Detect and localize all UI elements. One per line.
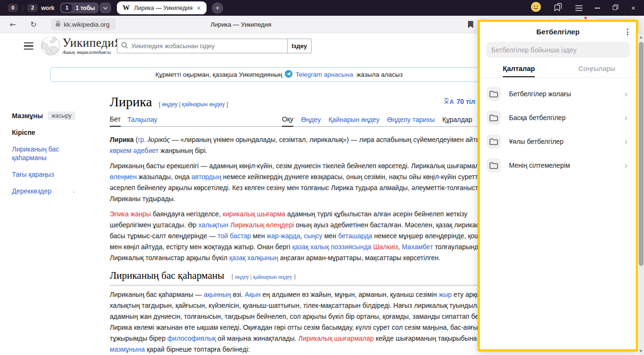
folder-item-bookmarks-bar[interactable]: Бетбелгілер жолағы ›: [480, 82, 636, 106]
wiki-link[interactable]: той бастар: [218, 232, 251, 240]
chevron-right-icon: ›: [624, 90, 628, 99]
tab-group-toby-label: 1 тобы: [75, 5, 95, 11]
edit-source-link[interactable]: қайнарын өңдеу: [253, 274, 292, 280]
toc-heading: Мазмұны: [12, 112, 43, 120]
scroll-up-icon[interactable]: ▲: [638, 35, 644, 39]
table-of-contents: Мазмұны жасыру Кіріспе Лириканың бас қаһ…: [12, 112, 93, 195]
banner-text: Құрметті оқырман, қазақша Уикипедияның: [156, 71, 282, 78]
tab-recent[interactable]: Соңғылары: [558, 58, 636, 77]
scroll-down-icon[interactable]: ▼: [638, 349, 644, 353]
bookmarks-search-input[interactable]: [486, 42, 630, 58]
bookmarks-panel-icon[interactable]: [553, 2, 563, 14]
url-text: kk.wikipedia.org: [64, 21, 110, 28]
tab-close-icon[interactable]: ×: [197, 5, 201, 11]
wiki-search-box[interactable]: [117, 39, 288, 53]
browser-menu-icon[interactable]: [575, 5, 582, 11]
wiki-link[interactable]: өлеңмен: [110, 173, 137, 181]
kebab-menu-icon[interactable]: [626, 28, 629, 36]
wiki-search-input[interactable]: [131, 42, 283, 50]
new-tab-button[interactable]: +: [212, 2, 223, 14]
wiki-link[interactable]: ақынның: [204, 291, 231, 298]
close-window-button[interactable]: ×: [631, 4, 635, 11]
tab-article[interactable]: Бет: [110, 115, 121, 127]
wiki-link[interactable]: гр.: [138, 136, 146, 143]
bookmark-filled-icon[interactable]: [467, 20, 474, 30]
svg-text:A: A: [450, 99, 454, 105]
wiki-link[interactable]: философиялық: [167, 335, 216, 342]
bookmarks-popup: Бетбелгілер Қалталар Соңғылары Бетбелгіл…: [480, 22, 636, 349]
tab-history[interactable]: Өңделу тарихы: [387, 116, 435, 126]
active-tab[interactable]: W Лирика — Уикипедия ×: [117, 1, 207, 14]
toc-item-bas-kaharmany[interactable]: Лириканың бас қаһарманы: [12, 145, 76, 162]
chevron-right-icon: ›: [624, 161, 628, 170]
wiki-link[interactable]: мазмұнына: [110, 345, 145, 353]
scrollbar-thumb[interactable]: [639, 42, 644, 266]
tab-group-work-count[interactable]: 2: [27, 4, 38, 12]
wiki-redlink[interactable]: Лирикалық шығармалар: [298, 335, 374, 342]
telegram-link[interactable]: Telegram арнасына: [296, 71, 353, 78]
tab-group-toby[interactable]: 1 1 тобы: [60, 2, 99, 13]
wiki-link[interactable]: сыңсу: [304, 232, 322, 240]
page-scrollbar[interactable]: ▲ ▼: [638, 33, 644, 355]
wiki-menu-icon[interactable]: [24, 42, 33, 50]
divider: [22, 5, 23, 11]
tab-edit-source[interactable]: Қайнарын өңдеу: [328, 116, 379, 126]
chevron-right-icon: ›: [624, 137, 628, 146]
profile-avatar[interactable]: [531, 2, 541, 14]
chevron-right-icon: ›: [624, 113, 628, 122]
wiki-link[interactable]: беташарда: [338, 232, 373, 240]
back-icon[interactable]: ←: [10, 20, 16, 29]
tab-group-work-label[interactable]: work: [41, 5, 54, 11]
wiki-link[interactable]: Ақын: [245, 291, 260, 298]
language-selector[interactable]: A 70 тіл: [444, 97, 475, 106]
wiki-link[interactable]: көркем әдебиет: [110, 147, 158, 154]
wiki-link[interactable]: жар-жарда: [267, 232, 300, 240]
tab-read[interactable]: Оқу: [282, 115, 293, 127]
wiki-link[interactable]: Махамбет: [402, 243, 433, 251]
tab-group-zero[interactable]: 0: [8, 4, 18, 12]
folder-item-other-bookmarks[interactable]: Басқа бетбелгілер ›: [480, 106, 636, 130]
tab-folders[interactable]: Қалталар: [480, 58, 558, 77]
wiki-link[interactable]: жыр: [439, 291, 452, 298]
wiki-redlink[interactable]: Лирикалық өлеңдері: [230, 221, 294, 229]
toc-hide-button[interactable]: жасыру: [48, 112, 75, 120]
title-edit-links: [өңдеу|қайнарын өңдеу]: [159, 101, 228, 108]
edit-link[interactable]: өңдеу: [162, 101, 177, 108]
url-field[interactable]: kk.wikipedia.org: [51, 18, 116, 30]
folder-item-my-links[interactable]: Менің сілтемелерім ›: [480, 153, 636, 177]
tab-edit[interactable]: Өңдеу: [301, 116, 321, 126]
page-title: Лирика: [110, 94, 152, 109]
folder-icon: [487, 87, 501, 101]
folder-item-mobile-bookmarks[interactable]: Ұялы бетбелгілер ›: [480, 130, 636, 153]
active-tab-title: Лирика — Уикипедия: [134, 5, 193, 11]
wikipedia-wordmark[interactable]: УикипедиЯ Ашық энциклопедиясы: [62, 37, 123, 55]
edit-source-link[interactable]: қайнарын өңдеу: [182, 101, 225, 108]
toc-item-tagy-karanyz[interactable]: Тағы қараңыз: [12, 170, 93, 179]
wiki-redlink[interactable]: кирикалық шығарма: [223, 210, 285, 218]
maximize-button[interactable]: [613, 4, 619, 12]
wiki-link[interactable]: автордың: [191, 173, 221, 181]
toc-item-derekkozder[interactable]: Дереккөздер: [12, 187, 93, 195]
bookmarks-tabs: Қалталар Соңғылары: [480, 58, 636, 78]
wiki-logo-title: УикипедиЯ: [62, 37, 123, 49]
edit-link[interactable]: өңдеу: [235, 274, 249, 280]
tab-talk[interactable]: Талқылау: [127, 116, 157, 126]
tab-tools[interactable]: Құралдар: [442, 116, 472, 126]
browser-window: 0 2 work 1 1 тобы W Лирика — Уикипедия ×…: [0, 0, 644, 355]
toc-item-kirispe[interactable]: Кіріспе: [12, 128, 93, 137]
tab-group-chevron-down-icon[interactable]: [100, 2, 111, 13]
wikipedia-favicon: W: [123, 4, 130, 12]
minimize-button[interactable]: [595, 8, 600, 9]
language-icon: A: [444, 97, 454, 106]
folder-icon: [487, 111, 501, 125]
wiki-search-button[interactable]: Іздеу: [288, 39, 312, 53]
wikipedia-logo[interactable]: [41, 36, 61, 58]
wiki-link[interactable]: қазақ халқының: [229, 254, 278, 262]
wiki-link[interactable]: қазақ халық поэзиясында: [292, 243, 372, 251]
wiki-redlink[interactable]: Шалкиіз: [373, 243, 398, 251]
wiki-redlink[interactable]: Эпика жанры: [110, 210, 151, 218]
wiki-link[interactable]: халықтын: [198, 221, 229, 229]
stray-mark: .: [73, 187, 75, 194]
bookmarks-folder-list: Бетбелгілер жолағы › Басқа бетбелгілер ›…: [480, 78, 636, 177]
reload-icon[interactable]: ↻: [30, 20, 36, 29]
